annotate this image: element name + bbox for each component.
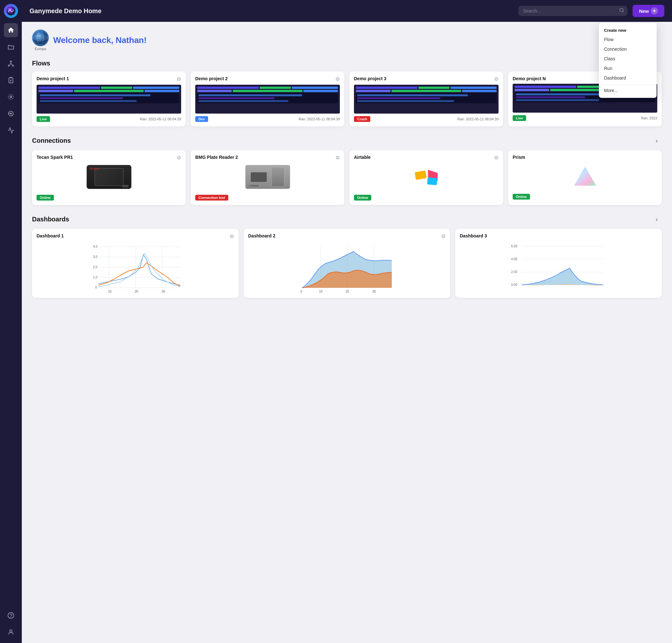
conn-bmg-header: BMG Plate Reader 2 ⚙ xyxy=(195,155,340,161)
dashboard-card-2[interactable]: Dashboard 2 ⚙ 0 10 20 30 xyxy=(244,229,450,298)
dash1-header: Dashboard 1 ⚙ xyxy=(37,233,234,239)
flow-card-1-footer: Live Ran: 2022-05-11 08:04:39 xyxy=(37,116,181,122)
conn-airtable-header: Airtable ⚙ xyxy=(354,155,499,161)
svg-text:20: 20 xyxy=(346,290,349,293)
search-icon xyxy=(619,8,624,14)
sidebar-item-home[interactable] xyxy=(4,23,18,37)
conn-airtable-settings[interactable]: ⚙ xyxy=(494,155,499,161)
svg-text:0.00: 0.00 xyxy=(511,283,518,287)
dashboards-next-arrow[interactable]: › xyxy=(651,214,662,224)
svg-text:0: 0 xyxy=(300,290,302,293)
app-logo[interactable] xyxy=(4,4,18,18)
main-container: Ganymede Demo Home New + Create new Flow… xyxy=(22,0,672,643)
dash1-settings[interactable]: ⚙ xyxy=(229,233,234,239)
flow-card-3[interactable]: Demo project 3 ⚙ xyxy=(349,72,503,126)
content-area: Europa Welcome back, Nathan! Flows Demo … xyxy=(22,22,672,643)
conn-prism-header: Prism xyxy=(513,155,657,160)
flow-card-3-title: Demo project 3 xyxy=(354,76,386,81)
sidebar-item-tools[interactable] xyxy=(4,90,18,104)
flows-title: Flows xyxy=(32,60,50,67)
flow-card-3-thumbnail xyxy=(354,85,499,113)
flow-card-3-status: Crash xyxy=(354,116,370,122)
flow-card-4-title: Demo project N xyxy=(513,76,546,81)
dropdown-item-class[interactable]: Class xyxy=(599,54,657,63)
new-button[interactable]: New + xyxy=(633,5,664,17)
dash1-chart: 4.0 3.0 2.0 1.0 0 10 20 30 xyxy=(37,242,234,293)
flow-card-2-status: Dev xyxy=(195,116,208,122)
dropdown-item-flow[interactable]: Flow xyxy=(599,35,657,44)
flow-card-1-title: Demo project 1 xyxy=(37,76,69,81)
dropdown-item-connection[interactable]: Connection xyxy=(599,44,657,54)
conn-airtable-image xyxy=(354,163,499,192)
flow-card-1-settings[interactable]: ⚙ xyxy=(177,76,181,82)
conn-card-prism[interactable]: Prism xyxy=(508,150,662,205)
svg-text:30: 30 xyxy=(372,290,376,293)
connections-next-arrow[interactable]: › xyxy=(651,135,662,146)
conn-prism-image xyxy=(513,162,657,191)
svg-point-5 xyxy=(10,96,12,98)
svg-marker-18 xyxy=(574,167,596,186)
flow-card-2-ran: Ran: 2022-05-11 08:04:39 xyxy=(299,117,340,121)
conn-card-bmg[interactable]: BMG Plate Reader 2 ⚙ LUMIstar Connection… xyxy=(191,150,344,205)
dash2-chart: 0 10 20 30 xyxy=(248,242,446,293)
svg-text:10: 10 xyxy=(108,290,112,293)
header-right: New + Create new Flow Connection Class R… xyxy=(633,5,664,17)
flow-card-2-footer: Dev Ran: 2022-05-11 08:04:39 xyxy=(195,116,340,122)
dashboard-card-3[interactable]: Dashboard 3 6.00 4.00 2.00 0.00 xyxy=(455,229,662,298)
dash3-title: Dashboard 3 xyxy=(460,233,487,239)
flow-card-1-header: Demo project 1 ⚙ xyxy=(37,76,181,82)
dashboard-card-1[interactable]: Dashboard 1 ⚙ 4.0 3.0 2.0 1.0 0 10 20 3 xyxy=(32,229,238,298)
dropdown-item-more[interactable]: More... xyxy=(599,86,657,95)
dropdown-item-run[interactable]: Run xyxy=(599,63,657,73)
sidebar-item-help[interactable] xyxy=(4,608,18,622)
dashboards-title: Dashboards xyxy=(32,216,69,223)
svg-text:0: 0 xyxy=(95,286,97,289)
conn-tecan-status: Online xyxy=(37,195,54,201)
conn-bmg-image: LUMIstar xyxy=(195,163,340,192)
search-input[interactable] xyxy=(519,6,627,16)
conn-tecan-settings[interactable]: ⚙ xyxy=(177,155,181,161)
sidebar-item-files[interactable] xyxy=(4,40,18,54)
svg-text:6.00: 6.00 xyxy=(511,244,518,248)
flow-card-1[interactable]: Demo project 1 ⚙ xyxy=(32,72,186,126)
flow-card-2[interactable]: Demo project 2 ⚙ xyxy=(191,72,344,126)
sidebar-item-clipboard[interactable] xyxy=(4,73,18,87)
svg-text:1.0: 1.0 xyxy=(93,276,98,279)
conn-bmg-settings[interactable]: ⚙ xyxy=(335,155,340,161)
sidebar-item-network[interactable] xyxy=(4,57,18,71)
svg-text:2.0: 2.0 xyxy=(93,265,98,269)
flows-grid: Demo project 1 ⚙ xyxy=(32,72,662,126)
flow-card-2-thumbnail xyxy=(195,85,340,113)
sidebar-item-refresh[interactable] xyxy=(4,107,18,121)
svg-point-11 xyxy=(33,31,48,45)
conn-airtable-status: Online xyxy=(354,195,371,201)
svg-text:10: 10 xyxy=(319,290,323,293)
dropdown-divider xyxy=(599,84,657,84)
conn-tecan-image: TECAN xyxy=(37,163,181,192)
flow-card-4-ran: Ran: 2022 xyxy=(641,116,657,120)
header: Ganymede Demo Home New + Create new Flow… xyxy=(22,0,672,22)
svg-point-9 xyxy=(10,630,12,632)
conn-card-airtable[interactable]: Airtable ⚙ Online xyxy=(349,150,503,205)
svg-point-8 xyxy=(11,617,11,617)
flow-card-2-header: Demo project 2 ⚙ xyxy=(195,76,340,82)
svg-text:4.00: 4.00 xyxy=(511,257,518,261)
flow-card-1-thumbnail xyxy=(37,85,181,113)
conn-card-tecan[interactable]: Tecan Spark PR1 ⚙ TECAN Online xyxy=(32,150,186,205)
sidebar-item-chart[interactable] xyxy=(4,123,18,137)
connections-grid: Tecan Spark PR1 ⚙ TECAN Online xyxy=(32,150,662,205)
create-new-dropdown: Create new Flow Connection Class Run Das… xyxy=(599,23,657,98)
conn-airtable-footer: Online xyxy=(354,195,499,201)
dropdown-item-dashboard[interactable]: Dashboard xyxy=(599,73,657,83)
flow-card-3-settings[interactable]: ⚙ xyxy=(494,76,499,82)
svg-point-2 xyxy=(8,65,10,66)
flow-card-2-settings[interactable]: ⚙ xyxy=(335,76,340,82)
svg-text:3.0: 3.0 xyxy=(93,255,98,259)
flow-card-1-status: Live xyxy=(37,116,50,122)
dropdown-header: Create new xyxy=(599,25,657,35)
conn-prism-status: Online xyxy=(513,194,530,199)
sidebar-item-profile[interactable] xyxy=(4,625,18,639)
conn-tecan-title: Tecan Spark PR1 xyxy=(37,155,73,160)
svg-text:30: 30 xyxy=(162,290,165,293)
dash2-settings[interactable]: ⚙ xyxy=(441,233,446,239)
